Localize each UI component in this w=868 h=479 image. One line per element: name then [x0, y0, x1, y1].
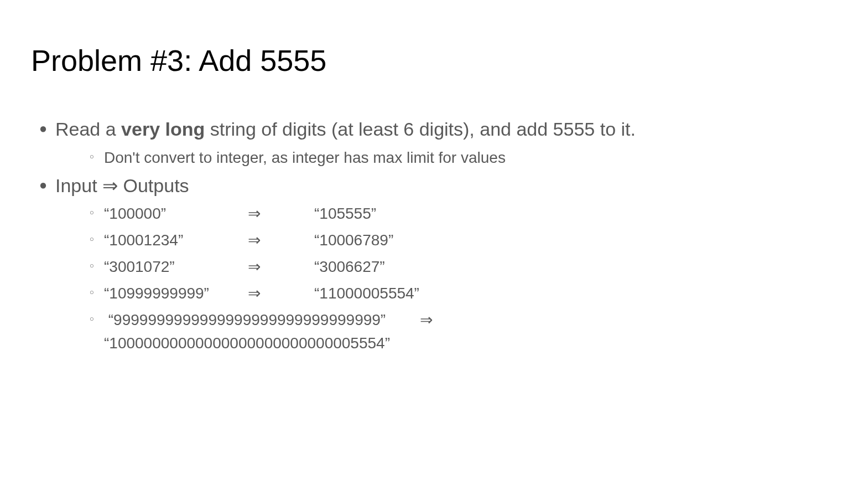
list-item: “10999999999” ⇒ “11000005554” [80, 282, 837, 305]
bullet-text: Read a very long string of digits (at le… [55, 116, 636, 143]
slide-title: Problem #3: Add 5555 [31, 43, 837, 78]
example-input: “10001234” [104, 229, 248, 252]
example-row: “10999999999” ⇒ “11000005554” [104, 282, 419, 305]
text-bold: very long [121, 119, 205, 140]
example-row: “9999999999999999999999999999999” ⇒ “100… [104, 308, 433, 355]
main-list: Input ⇒ Outputs [31, 173, 837, 199]
main-list: Read a very long string of digits (at le… [31, 116, 837, 143]
example-input: “10999999999” [104, 282, 248, 305]
sub-list: Don't convert to integer, as integer has… [80, 146, 837, 169]
bullet-text: Input ⇒ Outputs [55, 173, 189, 199]
example-input: “3001072” [104, 255, 248, 279]
example-output: “10000000000000000000000000005554” [104, 334, 390, 352]
arrow-icon: ⇒ [248, 202, 314, 225]
circle-icon [80, 308, 104, 329]
list-item: “100000” ⇒ “105555” [80, 202, 837, 225]
example-input: “100000” [104, 202, 248, 225]
example-input: “9999999999999999999999999999999” [108, 311, 386, 328]
bullet-icon [31, 173, 55, 197]
example-output: “10006789” [314, 229, 393, 252]
example-output: “105555” [314, 202, 376, 225]
text-fragment: Read a [55, 119, 121, 140]
circle-icon [80, 229, 104, 250]
circle-icon [80, 202, 104, 223]
list-item: “3001072” ⇒ “3006627” [80, 255, 837, 279]
examples-list: “100000” ⇒ “105555” “10001234” ⇒ “100067… [80, 202, 837, 355]
example-row: “3001072” ⇒ “3006627” [104, 255, 385, 279]
arrow-icon: ⇒ [420, 311, 433, 328]
circle-icon [80, 282, 104, 303]
arrow-icon: ⇒ [248, 229, 314, 252]
bullet-icon [31, 116, 55, 141]
list-item: Input ⇒ Outputs [31, 173, 837, 199]
arrow-icon: ⇒ [248, 282, 314, 305]
example-row: “10001234” ⇒ “10006789” [104, 229, 393, 252]
list-item: Read a very long string of digits (at le… [31, 116, 837, 143]
list-item: “9999999999999999999999999999999” ⇒ “100… [80, 308, 837, 355]
example-output: “3006627” [314, 255, 385, 279]
arrow-icon: ⇒ [248, 255, 314, 279]
sub-text: Don't convert to integer, as integer has… [104, 146, 506, 169]
circle-icon [80, 146, 104, 167]
list-item: Don't convert to integer, as integer has… [80, 146, 837, 169]
example-row: “100000” ⇒ “105555” [104, 202, 376, 225]
list-item: “10001234” ⇒ “10006789” [80, 229, 837, 252]
text-fragment: string of digits (at least 6 digits), an… [205, 119, 636, 140]
circle-icon [80, 255, 104, 276]
example-output: “11000005554” [314, 282, 419, 305]
